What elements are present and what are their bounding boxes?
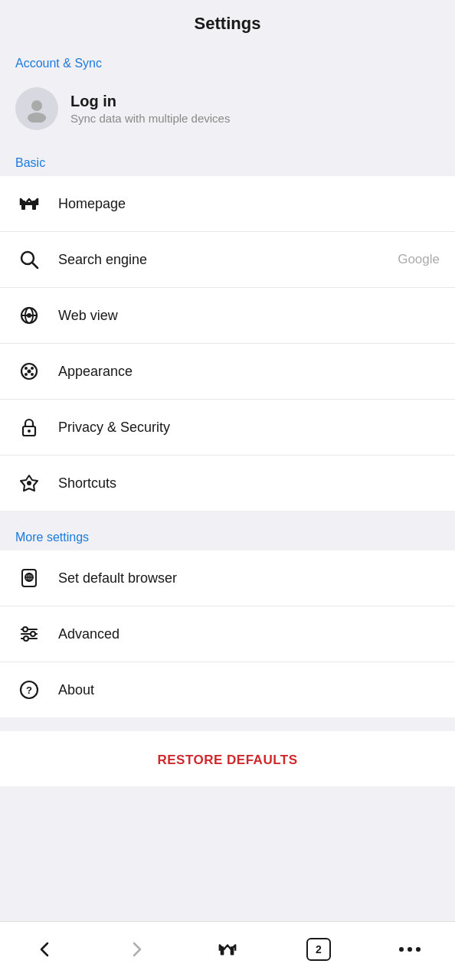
search-icon: [15, 246, 43, 273]
svg-point-10: [27, 313, 31, 318]
account-sync-label: Account & Sync: [0, 44, 455, 77]
basic-label: Basic: [0, 144, 455, 176]
svg-point-14: [25, 373, 28, 376]
about-label: About: [58, 682, 440, 698]
default-browser-label: Set default browser: [58, 570, 440, 586]
svg-point-13: [31, 367, 34, 370]
homepage-item[interactable]: Homepage: [0, 176, 455, 232]
search-engine-item[interactable]: Search engine Google: [0, 232, 455, 288]
search-engine-value: Google: [398, 252, 440, 267]
webview-icon: [15, 302, 43, 329]
svg-point-31: [24, 636, 28, 641]
search-engine-label: Search engine: [58, 252, 398, 268]
login-row[interactable]: Log in Sync data with multiple devices: [0, 77, 455, 144]
shortcuts-icon: [15, 469, 43, 497]
svg-text:?: ?: [26, 684, 32, 696]
appearance-item[interactable]: Appearance: [0, 344, 455, 400]
advanced-label: Advanced: [58, 626, 440, 642]
web-view-item[interactable]: Web view: [0, 288, 455, 344]
default-browser-icon: [15, 564, 43, 592]
avatar: [15, 87, 58, 130]
svg-point-20: [27, 481, 31, 485]
homepage-icon: [15, 190, 43, 217]
section-divider-2: [0, 717, 455, 725]
login-subtitle: Sync data with multiple devices: [70, 112, 230, 125]
privacy-security-item[interactable]: Privacy & Security: [0, 400, 455, 456]
about-icon: ?: [15, 676, 43, 704]
restore-section: RESTORE DEFAULTS: [0, 731, 455, 786]
page-title: Settings: [195, 14, 261, 33]
home-button[interactable]: [208, 933, 247, 966]
more-settings-label: More settings: [0, 518, 455, 550]
svg-point-12: [25, 367, 28, 370]
svg-point-15: [31, 373, 34, 376]
tabs-button[interactable]: 2: [299, 933, 339, 966]
about-item[interactable]: ? About: [0, 662, 455, 717]
svg-rect-35: [221, 946, 224, 955]
forward-button[interactable]: [116, 933, 156, 966]
more-dots: [399, 947, 421, 952]
svg-point-0: [31, 100, 42, 111]
default-browser-item[interactable]: Set default browser: [0, 550, 455, 606]
svg-point-18: [28, 430, 31, 433]
privacy-security-label: Privacy & Security: [58, 420, 440, 436]
header: Settings: [0, 0, 455, 44]
svg-point-16: [28, 370, 31, 374]
advanced-item[interactable]: Advanced: [0, 606, 455, 662]
more-settings-group: Set default browser Advanced: [0, 550, 455, 717]
content: Account & Sync Log in Sync data with mul…: [0, 44, 455, 921]
privacy-icon: [15, 413, 43, 441]
web-view-label: Web view: [58, 308, 440, 324]
shortcuts-item[interactable]: Shortcuts: [0, 456, 455, 511]
svg-rect-36: [231, 946, 234, 955]
section-divider-1: [0, 511, 455, 518]
homepage-label: Homepage: [58, 196, 440, 212]
restore-defaults-button[interactable]: RESTORE DEFAULTS: [157, 753, 297, 768]
more-menu-button[interactable]: [390, 933, 430, 966]
svg-point-1: [28, 113, 46, 122]
back-button[interactable]: [25, 933, 65, 966]
svg-point-5: [21, 252, 34, 264]
bottom-nav: 2: [0, 921, 455, 980]
login-text: Log in Sync data with multiple devices: [70, 93, 230, 125]
basic-settings-group: Homepage Search engine Google: [0, 176, 455, 511]
appearance-icon: [15, 358, 43, 385]
shortcuts-label: Shortcuts: [58, 475, 440, 492]
tab-count: 2: [306, 938, 331, 961]
appearance-label: Appearance: [58, 364, 440, 380]
login-title: Log in: [70, 93, 230, 110]
svg-point-30: [31, 632, 35, 636]
svg-point-29: [23, 627, 28, 632]
svg-line-6: [33, 263, 38, 269]
advanced-icon: [15, 620, 43, 648]
